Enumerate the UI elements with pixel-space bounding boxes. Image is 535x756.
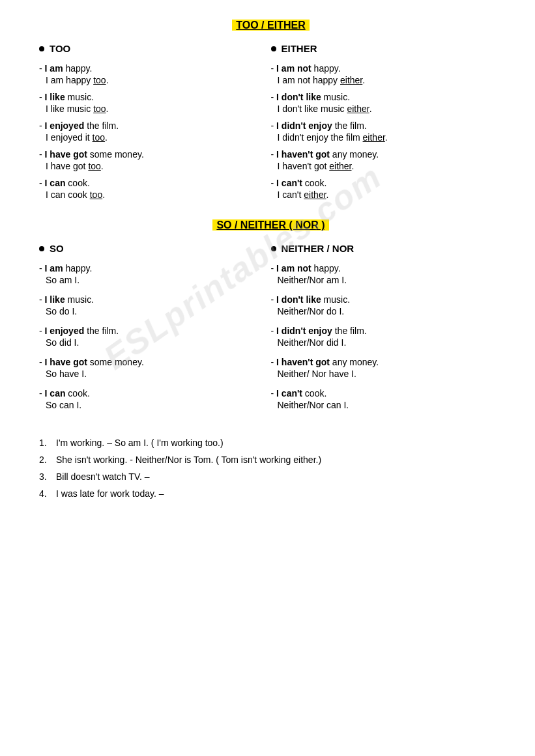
so-label: SO — [50, 243, 64, 254]
so-response-1: So am I. — [46, 275, 265, 285]
too-column: TOO - I am happy. I am happy too. - I li… — [39, 43, 271, 206]
section1-title-wrapper: TOO / EITHER — [39, 20, 502, 31]
too-main-4: - I have got some money. — [39, 149, 265, 160]
too-response-3: I enjoyed it too. — [46, 132, 265, 143]
either-example-2: - I don't like music. I don't like music… — [271, 92, 497, 114]
so-example-5: - I can cook. So can I. — [39, 388, 265, 410]
so-main-5: - I can cook. — [39, 388, 265, 399]
so-example-2: - I like music. So do I. — [39, 294, 265, 316]
exercise-4-text: I was late for work today. – — [56, 488, 164, 499]
too-label: TOO — [50, 43, 70, 54]
neither-response-4: Neither/ Nor have I. — [278, 369, 497, 379]
exercise-3-text: Bill doesn't watch TV. – — [56, 471, 150, 482]
too-response-5: I can cook too. — [46, 189, 265, 200]
too-example-2: - I like music. I like music too. — [39, 92, 265, 114]
so-response-4: So have I. — [46, 369, 265, 379]
neither-main-5: - I can't cook. — [271, 388, 497, 399]
so-response-5: So can I. — [46, 400, 265, 410]
either-main-4: - I haven't got any money. — [271, 149, 497, 160]
neither-bullet — [271, 246, 276, 251]
exercise-3: 3. Bill doesn't watch TV. – — [39, 471, 502, 482]
too-response-1: I am happy too. — [46, 75, 265, 85]
so-main-4: - I have got some money. — [39, 357, 265, 367]
either-response-2: I don't like music either. — [278, 104, 497, 114]
neither-response-5: Neither/Nor can I. — [278, 400, 497, 410]
neither-example-3: - I didn't enjoy the film. Neither/Nor d… — [271, 326, 497, 348]
exercise-1-num: 1. — [39, 438, 52, 448]
too-bullet — [39, 46, 44, 51]
section2-title: SO / NEITHER ( NOR ) — [212, 219, 328, 231]
either-example-1: - I am not happy. I am not happy either. — [271, 63, 497, 85]
so-example-3: - I enjoyed the film. So did I. — [39, 326, 265, 348]
exercise-1-text: I'm working. – So am I. ( I'm working to… — [56, 438, 224, 448]
section2-divider: SO / NEITHER ( NOR ) — [39, 219, 502, 231]
neither-example-4: - I haven't got any money. Neither/ Nor … — [271, 357, 497, 379]
too-main-1: - I am happy. — [39, 63, 265, 74]
either-response-1: I am not happy either. — [278, 75, 497, 85]
either-bullet — [271, 46, 276, 51]
neither-response-1: Neither/Nor am I. — [278, 275, 497, 285]
either-column: EITHER - I am not happy. I am not happy … — [271, 43, 503, 206]
too-example-5: - I can cook. I can cook too. — [39, 178, 265, 200]
neither-response-3: Neither/Nor did I. — [278, 337, 497, 348]
either-header: EITHER — [271, 43, 497, 54]
either-main-3: - I didn't enjoy the film. — [271, 120, 497, 131]
neither-main-2: - I don't like music. — [271, 294, 497, 305]
neither-main-1: - I am not happy. — [271, 263, 497, 273]
either-label: EITHER — [282, 43, 317, 54]
either-main-2: - I don't like music. — [271, 92, 497, 102]
either-main-5: - I can't cook. — [271, 178, 497, 188]
section1-columns: TOO - I am happy. I am happy too. - I li… — [39, 43, 502, 206]
either-example-4: - I haven't got any money. I haven't got… — [271, 149, 497, 171]
so-column: SO - I am happy. So am I. - I like music… — [39, 243, 271, 419]
too-response-4: I have got too. — [46, 161, 265, 171]
exercise-2-num: 2. — [39, 455, 52, 465]
so-main-1: - I am happy. — [39, 263, 265, 273]
so-example-4: - I have got some money. So have I. — [39, 357, 265, 379]
too-example-4: - I have got some money. I have got too. — [39, 149, 265, 171]
section2-title-wrapper: SO / NEITHER ( NOR ) — [39, 219, 502, 231]
neither-main-4: - I haven't got any money. — [271, 357, 497, 367]
so-main-2: - I like music. — [39, 294, 265, 305]
too-example-1: - I am happy. I am happy too. — [39, 63, 265, 85]
so-example-1: - I am happy. So am I. — [39, 263, 265, 285]
exercise-3-num: 3. — [39, 471, 52, 482]
so-bullet — [39, 246, 44, 251]
so-response-3: So did I. — [46, 337, 265, 348]
neither-column: NEITHER / NOR - I am not happy. Neither/… — [271, 243, 503, 419]
neither-example-1: - I am not happy. Neither/Nor am I. — [271, 263, 497, 285]
too-main-2: - I like music. — [39, 92, 265, 102]
either-response-5: I can't either. — [278, 189, 497, 200]
neither-example-2: - I don't like music. Neither/Nor do I. — [271, 294, 497, 316]
section1-title: TOO / EITHER — [232, 20, 309, 31]
neither-label: NEITHER / NOR — [282, 243, 354, 254]
neither-header: NEITHER / NOR — [271, 243, 497, 254]
exercise-2: 2. She isn't working. - Neither/Nor is T… — [39, 455, 502, 465]
exercises-section: 1. I'm working. – So am I. ( I'm working… — [39, 438, 502, 499]
so-header: SO — [39, 243, 265, 254]
exercise-4-num: 4. — [39, 488, 52, 499]
so-response-2: So do I. — [46, 306, 265, 316]
either-example-3: - I didn't enjoy the film. I didn't enjo… — [271, 120, 497, 143]
neither-main-3: - I didn't enjoy the film. — [271, 326, 497, 336]
exercise-1: 1. I'm working. – So am I. ( I'm working… — [39, 438, 502, 448]
either-example-5: - I can't cook. I can't either. — [271, 178, 497, 200]
either-main-1: - I am not happy. — [271, 63, 497, 74]
section2-columns: SO - I am happy. So am I. - I like music… — [39, 243, 502, 419]
exercise-4: 4. I was late for work today. – — [39, 488, 502, 499]
so-main-3: - I enjoyed the film. — [39, 326, 265, 336]
either-response-4: I haven't got either. — [278, 161, 497, 171]
neither-response-2: Neither/Nor do I. — [278, 306, 497, 316]
neither-example-5: - I can't cook. Neither/Nor can I. — [271, 388, 497, 410]
too-response-2: I like music too. — [46, 104, 265, 114]
too-main-5: - I can cook. — [39, 178, 265, 188]
exercise-2-text: She isn't working. - Neither/Nor is Tom.… — [56, 455, 321, 465]
too-header: TOO — [39, 43, 265, 54]
either-response-3: I didn't enjoy the film either. — [278, 132, 497, 143]
too-main-3: - I enjoyed the film. — [39, 120, 265, 131]
too-example-3: - I enjoyed the film. I enjoyed it too. — [39, 120, 265, 143]
